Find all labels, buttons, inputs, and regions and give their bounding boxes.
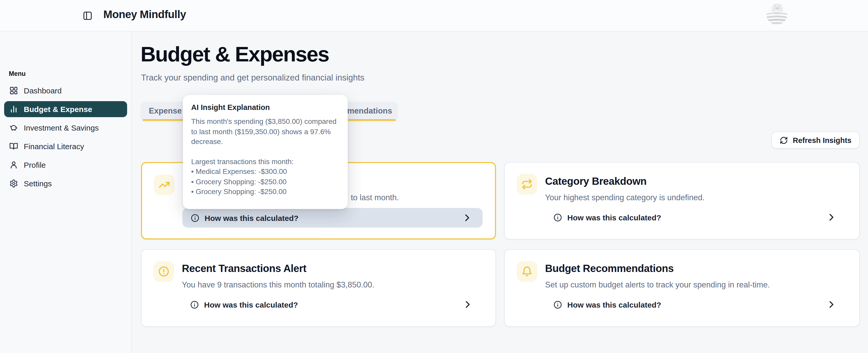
ai-insight-popover: AI Insight Explanation This month's spen… [183,95,348,209]
insight-card-budget-recommendations[interactable]: Budget Recommendations Set up custom bud… [504,249,860,327]
user-icon [9,161,18,169]
how-calculated-button[interactable]: How was this calculated? [545,208,847,227]
refresh-insights-label: Refresh Insights [793,136,851,144]
refresh-icon [780,136,788,144]
info-icon [553,213,562,222]
popover-transactions: Largest transactions this month: • Medic… [191,156,339,197]
how-calculated-label: How was this calculated? [567,300,661,309]
transaction-line: • Medical Expenses: -$300.00 [191,167,339,177]
card-title: Category Breakdown [545,175,647,187]
sidebar-menu-label: Menu [9,70,26,77]
insight-card-recent-transactions[interactable]: Recent Transactions Alert You have 9 tra… [141,249,496,327]
refresh-insights-button[interactable]: Refresh Insights [772,132,860,149]
chevron-right-icon [465,214,475,221]
how-calculated-label: How was this calculated? [204,300,298,309]
sidebar-toggle-button[interactable] [83,11,92,21]
chevron-right-icon [829,301,840,308]
how-calculated-button[interactable]: How was this calculated? [182,208,483,227]
how-calculated-label: How was this calculated? [567,213,661,222]
insight-card-category-breakdown[interactable]: Category Breakdown Your highest spending… [504,162,860,240]
piggy-bank-icon [9,123,18,132]
sidebar-item-investment-savings[interactable]: Investment & Savings [4,120,127,136]
how-calculated-button[interactable]: How was this calculated? [545,295,847,314]
app-title: Money Mindfully [103,8,186,21]
info-icon [191,213,199,222]
transactions-intro: Largest transactions this month: [191,156,339,167]
card-description-visible-fragment: to last month. [351,193,399,202]
alert-circle-icon [153,261,174,282]
avatar[interactable] [766,4,787,25]
card-title: Recent Transactions Alert [182,263,306,275]
app-window: Money Mindfully [0,0,868,353]
card-description: Set up custom budget alerts to track you… [545,280,770,289]
sidebar-item-label: Dashboard [24,86,62,95]
trending-up-icon [154,174,175,195]
app-header: Money Mindfully [0,0,868,32]
chevron-right-icon [829,214,840,221]
popover-title: AI Insight Explanation [191,103,339,111]
sidebar-item-financial-literacy[interactable]: Financial Literacy [4,138,127,154]
transaction-line: • Grocery Shopping: -$250.00 [191,177,339,187]
bell-icon [517,261,537,282]
repeat-icon [517,174,537,195]
sidebar-item-label: Financial Literacy [24,142,84,151]
bar-chart-icon [9,105,18,113]
sidebar-item-label: Budget & Expense [24,105,92,113]
panel-left-icon [83,11,92,21]
book-open-icon [9,142,18,151]
gear-icon [9,179,18,188]
info-icon [190,300,199,309]
popover-body: This month's spending ($3,850.00) compar… [191,117,339,147]
sidebar-item-label: Profile [24,161,46,169]
card-description: You have 9 transactions this month total… [182,280,374,289]
page-subtitle: Track your spending and get personalized… [141,73,365,82]
sidebar-item-budget-expense[interactable]: Budget & Expense [4,101,127,117]
card-description: Your highest spending category is undefi… [545,193,705,202]
transaction-line: • Grocery Shopping: -$250.00 [191,187,339,197]
sidebar-item-label: Investment & Savings [24,123,99,132]
sidebar-nav: Dashboard Budget & Expense [0,82,131,194]
sidebar-item-dashboard[interactable]: Dashboard [4,82,127,99]
how-calculated-label: How was this calculated? [205,213,299,222]
chevron-right-icon [466,301,476,308]
page-title: Budget & Expenses [141,42,329,67]
card-title: Budget Recommendations [545,263,674,275]
how-calculated-button[interactable]: How was this calculated? [182,295,483,314]
sidebar-item-label: Settings [24,179,52,188]
info-icon [553,300,562,309]
sidebar-item-settings[interactable]: Settings [4,175,127,191]
sidebar-item-profile[interactable]: Profile [4,157,127,173]
sidebar: Menu Dashboard Budget & Expense [0,32,132,353]
layout-dashboard-icon [9,86,18,95]
